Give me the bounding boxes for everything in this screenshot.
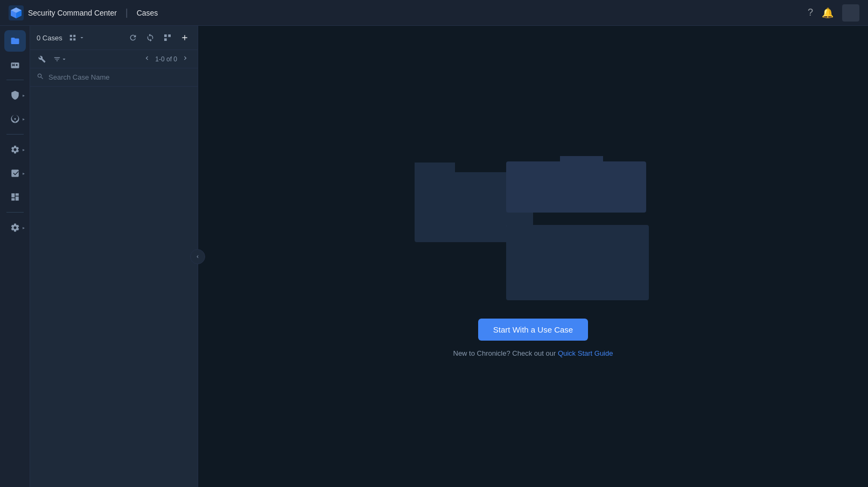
collapse-icon [195,254,200,259]
sidebar-item-radar[interactable]: ▸ [4,108,26,130]
logo-icon [9,5,24,20]
expand-arrow-reports: ▸ [23,171,25,176]
cases-icon [10,36,20,46]
chevron-left-icon [143,54,151,62]
view-selector[interactable] [67,33,87,43]
search-input[interactable] [48,73,191,81]
panel-search [30,68,198,87]
layout-button[interactable] [161,31,174,44]
empty-state-illustration [415,156,652,301]
help-button[interactable]: ? [808,7,813,18]
svg-rect-5 [560,156,603,164]
sidebar-item-settings[interactable]: ▸ [4,139,26,160]
reports-icon [10,168,20,178]
dashboard-icon [10,192,20,202]
sync-icon [146,33,155,42]
folder-svg [415,156,652,301]
pagination-text: 1-0 of 0 [155,55,177,63]
app-name: Security Command Center [28,9,117,17]
expand-arrow: ▸ [23,93,25,98]
layout-icon [163,33,172,42]
chevron-right-icon [181,54,189,62]
svg-rect-4 [506,161,646,213]
chevron-down-icon [79,34,85,41]
notifications-button[interactable]: 🔔 [822,7,834,19]
refresh-icon [129,33,137,42]
start-use-case-button[interactable]: Start With a Use Case [478,319,588,341]
filter-chevron-icon [61,56,67,62]
view-grid-icon [69,34,76,41]
case-count-label: 0 Cases [37,34,62,42]
wrench-icon [38,55,46,63]
expand-arrow-settings: ▸ [23,147,25,152]
filter-button[interactable] [52,54,69,65]
admin-icon [10,223,20,232]
panel-filter-row: 1-0 of 0 [30,50,198,68]
expand-arrow-radar: ▸ [23,117,25,122]
svg-rect-3 [415,163,455,174]
sidebar-divider-3 [6,212,24,213]
assets-icon [10,60,20,69]
nav-actions: ? 🔔 [808,4,859,22]
expand-arrow-admin: ▸ [23,225,25,230]
sidebar-divider-2 [6,134,24,135]
help-icon: ? [808,7,813,18]
page-title: Cases [137,9,158,17]
sidebar-item-assets[interactable] [4,54,26,75]
nav-divider: | [125,7,128,18]
svg-point-1 [14,118,16,120]
cases-panel: 0 Cases [30,26,198,487]
quick-start-link[interactable]: Quick Start Guide [558,349,613,357]
avatar[interactable] [842,4,859,22]
add-icon [180,33,189,42]
panel-toolbar: 0 Cases [30,26,198,50]
bell-icon: 🔔 [822,7,834,19]
sidebar: ▸ ▸ ▸ ▸ [0,26,30,487]
panel-collapse-button[interactable] [190,249,205,264]
sync-button[interactable] [144,31,157,44]
sidebar-divider-1 [6,80,24,80]
shield-icon [10,90,20,100]
empty-state-actions: Start With a Use Case New to Chronicle? … [453,319,613,357]
search-wrapper [37,73,191,82]
sidebar-item-dashboard[interactable] [4,186,26,208]
next-page-button[interactable] [179,53,191,65]
settings-icon [10,145,20,154]
app-logo[interactable]: Security Command Center [9,5,117,20]
sidebar-item-cases[interactable] [4,30,26,52]
sidebar-item-admin[interactable]: ▸ [4,217,26,238]
search-icon [37,73,44,82]
main-content: Start With a Use Case New to Chronicle? … [198,26,868,487]
sidebar-item-reports[interactable]: ▸ [4,163,26,184]
add-case-button[interactable] [178,31,191,44]
tool-options-button[interactable] [37,54,47,65]
svg-rect-7 [506,225,649,300]
sidebar-item-shield[interactable]: ▸ [4,84,26,106]
pagination: 1-0 of 0 [141,53,191,65]
top-navigation: Security Command Center | Cases ? 🔔 [0,0,868,26]
filter-icon [53,55,61,63]
refresh-button[interactable] [127,31,139,44]
radar-icon [10,114,20,124]
main-layout: ▸ ▸ ▸ ▸ [0,26,868,487]
quick-start-text: New to Chronicle? Check out our Quick St… [453,349,613,357]
prev-page-button[interactable] [141,53,153,65]
